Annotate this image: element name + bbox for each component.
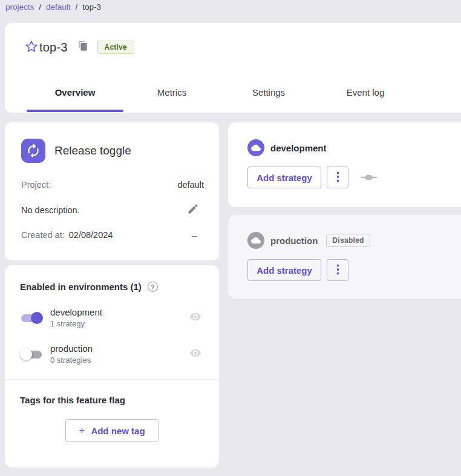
breadcrumb: projects / default / top-3 bbox=[5, 2, 101, 12]
panel-header: development bbox=[247, 139, 461, 156]
development-toggle[interactable] bbox=[20, 311, 43, 325]
description-text: No description. bbox=[21, 205, 80, 215]
project-label: Project: bbox=[21, 180, 51, 190]
breadcrumb-projects-link[interactable]: projects bbox=[5, 2, 34, 12]
environments-title: Enabled in environments (1) bbox=[20, 282, 142, 292]
breadcrumb-default-link[interactable]: default bbox=[46, 2, 71, 12]
environment-panel-name: development bbox=[270, 143, 327, 153]
breadcrumb-separator: / bbox=[76, 2, 78, 12]
environment-panel-production: production Disabled Add strategy bbox=[228, 215, 461, 299]
environment-panel-name: production bbox=[270, 236, 318, 246]
production-toggle[interactable] bbox=[20, 348, 43, 361]
eye-icon[interactable] bbox=[189, 311, 201, 325]
right-column: development Add strategy bbox=[228, 122, 461, 468]
header-card: top-3 Active Overview Metrics Settings E… bbox=[5, 23, 461, 113]
tab-overview-label: Overview bbox=[55, 87, 96, 98]
copy-icon bbox=[77, 41, 88, 54]
tab-settings-label: Settings bbox=[252, 87, 285, 98]
left-column: Release toggle Project: default No descr… bbox=[5, 122, 219, 468]
edit-description-button[interactable] bbox=[187, 203, 199, 217]
add-new-tag-label: Add new tag bbox=[91, 426, 145, 436]
environments-title-row: Enabled in environments (1) ? bbox=[20, 282, 204, 292]
add-strategy-button[interactable]: Add strategy bbox=[247, 167, 321, 188]
environment-row-production: production 0 strategies bbox=[20, 343, 204, 365]
empty-value-dash: – bbox=[192, 230, 204, 240]
active-tab-indicator bbox=[27, 110, 123, 112]
tab-event-log[interactable]: Event log bbox=[317, 71, 414, 113]
tab-metrics[interactable]: Metrics bbox=[123, 71, 220, 113]
title-row: top-3 Active bbox=[5, 23, 461, 71]
status-badge: Active bbox=[97, 41, 134, 54]
tab-metrics-label: Metrics bbox=[157, 87, 186, 98]
created-label: Created at: bbox=[21, 230, 65, 240]
environment-row-development: development 1 strategy bbox=[20, 307, 204, 328]
card-divider bbox=[5, 379, 219, 380]
pencil-icon bbox=[187, 203, 199, 217]
eye-icon[interactable] bbox=[189, 347, 201, 362]
disabled-badge: Disabled bbox=[326, 234, 370, 247]
plus-icon: + bbox=[79, 425, 85, 437]
panel-header: production Disabled bbox=[247, 232, 461, 249]
strategy-connector-icon bbox=[361, 174, 377, 181]
add-strategy-button[interactable]: Add strategy bbox=[247, 259, 321, 281]
toggle-thumb bbox=[31, 312, 43, 324]
add-new-tag-button[interactable]: + Add new tag bbox=[65, 419, 158, 442]
environment-name: development bbox=[50, 307, 102, 317]
page-title: top-3 bbox=[39, 41, 68, 55]
tab-settings[interactable]: Settings bbox=[220, 71, 317, 113]
environment-info: development 1 strategy bbox=[50, 307, 102, 328]
environment-menu-button[interactable] bbox=[327, 259, 348, 281]
main-content: Release toggle Project: default No descr… bbox=[5, 122, 461, 468]
tags-button-wrap: + Add new tag bbox=[20, 419, 204, 442]
toggle-thumb bbox=[20, 348, 32, 360]
breadcrumb-current: top-3 bbox=[82, 2, 101, 12]
favorite-button[interactable] bbox=[24, 39, 39, 55]
kebab-icon bbox=[336, 264, 339, 277]
breadcrumb-separator: / bbox=[39, 2, 41, 12]
environments-card: Enabled in environments (1) ? developmen… bbox=[5, 265, 219, 468]
copy-name-button[interactable] bbox=[76, 40, 90, 55]
flag-type-label: Release toggle bbox=[54, 144, 131, 157]
created-row: Created at: 02/08/2024 – bbox=[21, 228, 204, 242]
environment-strategy-count: 1 strategy bbox=[50, 319, 102, 328]
project-row: Project: default bbox=[21, 178, 204, 191]
environment-info: production 0 strategies bbox=[50, 343, 93, 365]
panel-actions: Add strategy bbox=[247, 259, 461, 281]
environment-menu-button[interactable] bbox=[327, 167, 348, 188]
flag-type-row: Release toggle bbox=[21, 139, 204, 163]
description-row: No description. bbox=[21, 203, 204, 217]
project-value: default bbox=[177, 180, 204, 190]
flag-overview-card: Release toggle Project: default No descr… bbox=[5, 122, 219, 260]
tab-overview[interactable]: Overview bbox=[27, 71, 123, 113]
cloud-icon bbox=[247, 232, 264, 249]
panel-actions: Add strategy bbox=[247, 167, 461, 188]
created-value: 02/08/2024 bbox=[69, 230, 113, 240]
environment-name: production bbox=[50, 343, 93, 354]
environment-strategy-count: 0 strategies bbox=[50, 355, 93, 365]
tabs: Overview Metrics Settings Event log bbox=[27, 71, 461, 113]
help-icon[interactable]: ? bbox=[148, 282, 158, 292]
environment-panel-development: development Add strategy bbox=[228, 122, 461, 207]
tags-section-title: Tags for this feature flag bbox=[20, 395, 204, 405]
cloud-icon bbox=[247, 139, 264, 156]
star-icon bbox=[24, 39, 39, 56]
feature-flag-page: projects / default / top-3 top-3 Active … bbox=[0, 0, 461, 476]
tab-event-log-label: Event log bbox=[347, 87, 385, 98]
kebab-icon bbox=[336, 171, 339, 184]
release-toggle-icon bbox=[21, 139, 45, 163]
